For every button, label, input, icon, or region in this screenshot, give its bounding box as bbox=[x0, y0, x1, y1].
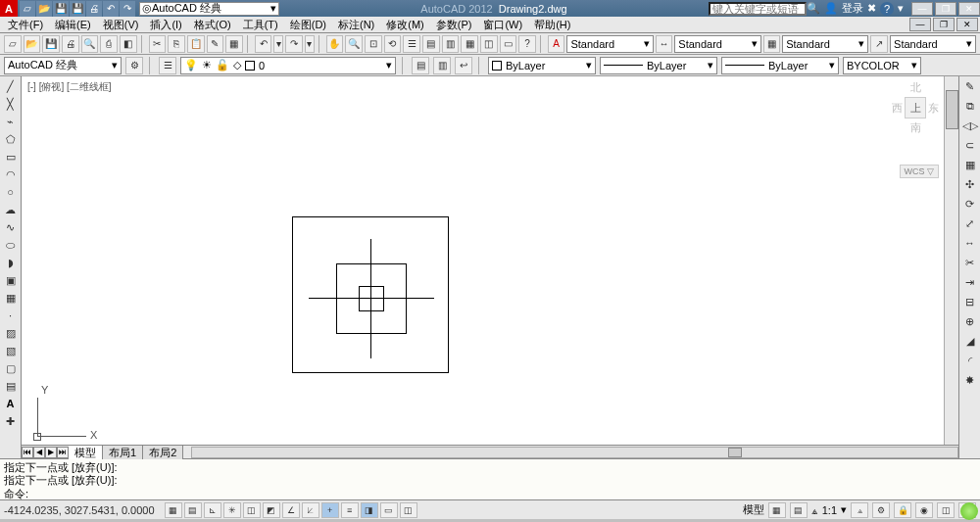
point-tool[interactable]: · bbox=[2, 308, 20, 323]
sc-toggle[interactable]: ◫ bbox=[400, 502, 417, 518]
otrack-toggle[interactable]: ∠ bbox=[282, 502, 300, 518]
quickview-layouts[interactable]: ▦ bbox=[768, 502, 786, 518]
wcs-badge[interactable]: WCS ▽ bbox=[900, 165, 940, 178]
ucs-icon[interactable]: Y X bbox=[27, 378, 106, 447]
quickview-dwgs[interactable]: ▤ bbox=[790, 502, 808, 518]
tpy-toggle[interactable]: ◨ bbox=[361, 502, 378, 518]
menu-tools[interactable]: 工具(T) bbox=[243, 18, 278, 32]
pline-tool[interactable]: ⌁ bbox=[2, 114, 20, 129]
copy-tool[interactable]: ⧉ bbox=[961, 98, 979, 114]
menu-window[interactable]: 窗口(W) bbox=[483, 18, 522, 32]
move-tool[interactable]: ✣ bbox=[961, 176, 979, 192]
viewcube[interactable]: 北 西 上 东 南 bbox=[892, 80, 939, 135]
osnap-toggle[interactable]: ◫ bbox=[243, 502, 261, 518]
command-window[interactable]: 指定下一点或 [放弃(U)]: 指定下一点或 [放弃(U)]: 命令: bbox=[0, 458, 980, 499]
redo-button[interactable]: ↷ bbox=[285, 35, 303, 53]
menu-view[interactable]: 视图(V) bbox=[103, 18, 139, 32]
tpalette-button[interactable]: ▥ bbox=[442, 35, 460, 53]
login-label[interactable]: 登录 bbox=[842, 1, 863, 16]
match-button[interactable]: ✎ bbox=[207, 35, 224, 53]
ortho-toggle[interactable]: ⊾ bbox=[204, 502, 221, 518]
tablestyle-dropdown[interactable]: Standard▾ bbox=[782, 35, 868, 53]
textstyle-dropdown[interactable]: Standard▾ bbox=[566, 35, 653, 53]
doc-restore-button[interactable]: ❐ bbox=[933, 18, 955, 31]
xline-tool[interactable]: ╳ bbox=[2, 96, 20, 112]
search-icon[interactable]: 🔍 bbox=[807, 2, 820, 15]
copy-button[interactable]: ⎘ bbox=[168, 35, 185, 53]
redo-icon[interactable]: ↷ bbox=[120, 1, 135, 17]
sheetset-button[interactable]: ▦ bbox=[461, 35, 478, 53]
doc-minimize-button[interactable]: — bbox=[909, 18, 931, 31]
revcloud-tool[interactable]: ☁ bbox=[2, 202, 20, 217]
help-icon[interactable]: ? bbox=[880, 2, 894, 16]
polar-toggle[interactable]: ✳ bbox=[223, 502, 241, 518]
vscroll-thumb[interactable] bbox=[946, 90, 958, 129]
preview-button[interactable]: 🔍 bbox=[81, 35, 99, 53]
extend-tool[interactable]: ⇥ bbox=[961, 274, 979, 290]
menu-insert[interactable]: 插入(I) bbox=[150, 18, 181, 32]
close-button[interactable]: ✕ bbox=[958, 2, 980, 16]
polygon-tool[interactable]: ⬠ bbox=[2, 131, 20, 147]
addselected-tool[interactable]: ✚ bbox=[2, 413, 20, 429]
save-icon[interactable]: 💾 bbox=[53, 1, 69, 17]
toolbar-lock-button[interactable]: 🔒 bbox=[894, 502, 911, 518]
chamfer-tool[interactable]: ◢ bbox=[961, 333, 979, 349]
dimstyle-dropdown[interactable]: Standard▾ bbox=[674, 35, 760, 53]
explode-tool[interactable]: ✸ bbox=[961, 372, 979, 388]
line-tool[interactable]: ╱ bbox=[2, 78, 20, 94]
markup-button[interactable]: ◫ bbox=[480, 35, 498, 53]
region-tool[interactable]: ▢ bbox=[2, 360, 20, 376]
dcenter-button[interactable]: ▤ bbox=[422, 35, 440, 53]
view-label[interactable]: [-] [俯视] [二维线框] bbox=[27, 80, 112, 94]
menu-draw[interactable]: 绘图(D) bbox=[290, 18, 326, 32]
tab-layout1[interactable]: 布局1 bbox=[103, 446, 143, 459]
arc-tool[interactable]: ◠ bbox=[2, 166, 20, 182]
maximize-button[interactable]: ❐ bbox=[935, 2, 956, 16]
save-button[interactable]: 💾 bbox=[42, 35, 60, 53]
qcalc-button[interactable]: ▭ bbox=[500, 35, 517, 53]
ws-settings-icon[interactable]: ⚙ bbox=[125, 57, 143, 74]
lineweight-dropdown[interactable]: ByLayer▾ bbox=[721, 57, 839, 74]
menu-format[interactable]: 格式(O) bbox=[194, 18, 231, 32]
login-icon[interactable]: 👤 bbox=[824, 2, 838, 15]
blockedit-button[interactable]: ▦ bbox=[225, 35, 243, 53]
tab-layout2[interactable]: 布局2 bbox=[143, 446, 183, 459]
ellipse-tool[interactable]: ⬭ bbox=[2, 237, 20, 253]
3ddwf-button[interactable]: ◧ bbox=[120, 35, 137, 53]
hatch-tool[interactable]: ▨ bbox=[2, 325, 20, 341]
workspace-selector[interactable]: ◎AutoCAD 经典▾ bbox=[139, 2, 279, 16]
doc-close-button[interactable]: ✕ bbox=[956, 18, 978, 31]
minimize-button[interactable]: — bbox=[911, 2, 933, 16]
tab-last-button[interactable]: ⏭ bbox=[57, 447, 69, 458]
tab-prev-button[interactable]: ◀ bbox=[33, 447, 45, 458]
search-input[interactable] bbox=[709, 2, 807, 16]
trim-tool[interactable]: ✂ bbox=[961, 255, 979, 270]
textstyle-icon[interactable]: A bbox=[548, 35, 565, 53]
block-tool[interactable]: ▦ bbox=[2, 290, 20, 306]
undo-icon[interactable]: ↶ bbox=[103, 1, 119, 17]
drawing-canvas[interactable]: [-] [俯视] [二维线框] 北 西 上 东 南 WCS ▽ Y X bbox=[22, 76, 958, 458]
workspace-dropdown-2[interactable]: AutoCAD 经典▾ bbox=[4, 57, 122, 74]
insert-tool[interactable]: ▣ bbox=[2, 272, 20, 288]
space-label[interactable]: 模型 bbox=[743, 502, 764, 517]
hscroll-thumb[interactable] bbox=[728, 448, 742, 457]
publish-button[interactable]: ⎙ bbox=[100, 35, 118, 53]
rectangle-tool[interactable]: ▭ bbox=[2, 149, 20, 165]
erase-tool[interactable]: ✎ bbox=[961, 78, 979, 94]
lwt-toggle[interactable]: ≡ bbox=[341, 502, 359, 518]
print-icon[interactable]: 🖨 bbox=[86, 1, 102, 17]
saveas-icon[interactable]: 💾 bbox=[70, 1, 85, 17]
gradient-tool[interactable]: ▧ bbox=[2, 343, 20, 358]
offset-tool[interactable]: ⊂ bbox=[961, 137, 979, 153]
menu-dimension[interactable]: 标注(N) bbox=[338, 18, 374, 32]
mirror-tool[interactable]: ◁▷ bbox=[961, 118, 979, 133]
dimstyle-icon[interactable]: ↔ bbox=[656, 35, 673, 53]
color-dropdown[interactable]: ByLayer▾ bbox=[488, 57, 596, 74]
table-tool[interactable]: ▤ bbox=[2, 378, 20, 394]
zoomprev-button[interactable]: ⟲ bbox=[384, 35, 402, 53]
qp-toggle[interactable]: ▭ bbox=[380, 502, 398, 518]
rotate-tool[interactable]: ⟳ bbox=[961, 196, 979, 212]
undo-button[interactable]: ↶ bbox=[255, 35, 272, 53]
horizontal-scrollbar[interactable] bbox=[191, 447, 958, 458]
snap-toggle[interactable]: ▦ bbox=[165, 502, 182, 518]
